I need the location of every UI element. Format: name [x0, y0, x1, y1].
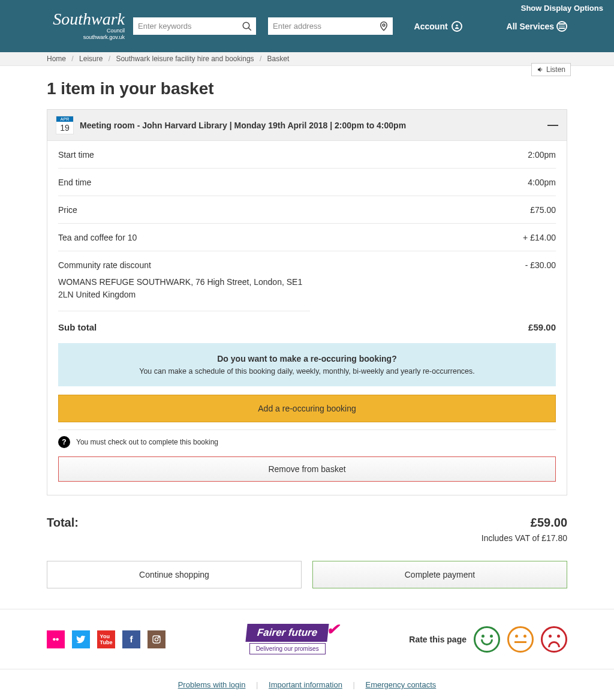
instagram-icon[interactable]	[148, 630, 165, 648]
footer-social-row: •• YouTube f Fairer future ✔ Delivering …	[0, 609, 614, 669]
rate-sad-icon[interactable]	[541, 626, 567, 653]
listen-button[interactable]: Listen	[531, 63, 571, 76]
basket-item-card: APR 19 Meeting room - John Harvard Libra…	[47, 109, 567, 495]
listen-label: Listen	[546, 65, 565, 74]
start-time-value: 2:00pm	[528, 150, 556, 160]
fairer-future-badge: Fairer future ✔ Delivering our promises	[246, 624, 328, 654]
complete-payment-button[interactable]: Complete payment	[312, 561, 567, 588]
breadcrumb-home[interactable]: Home	[47, 55, 66, 63]
collapse-icon[interactable]: —	[547, 119, 558, 131]
user-icon	[452, 21, 462, 32]
basket-item-title: Meeting room - John Harvard Library | Mo…	[80, 121, 541, 130]
footer-links-row: Problems with login | Important informat…	[0, 669, 614, 700]
basket-item-header[interactable]: APR 19 Meeting room - John Harvard Libra…	[47, 110, 567, 141]
continue-shopping-button[interactable]: Continue shopping	[47, 561, 302, 588]
keyword-search-box	[133, 17, 256, 35]
facebook-icon[interactable]: f	[122, 630, 140, 648]
footer-link-emergency[interactable]: Emergency contacts	[366, 680, 437, 689]
all-services-link[interactable]: All Services	[507, 21, 567, 32]
help-icon: ?	[58, 436, 70, 448]
price-value: £75.00	[530, 205, 556, 215]
breadcrumb-current: Basket	[267, 55, 290, 63]
add-recurring-button[interactable]: Add a re-occuring booking	[58, 395, 556, 422]
svg-point-2	[383, 23, 385, 26]
date-badge-day: 19	[56, 122, 73, 134]
show-display-options-link[interactable]: Show Display Options	[521, 4, 603, 13]
twitter-icon[interactable]	[72, 630, 90, 648]
fairer-future-title: Fairer future	[257, 627, 318, 638]
footer-link-login[interactable]: Problems with login	[178, 680, 246, 689]
tick-icon: ✔	[326, 620, 339, 639]
fairer-future-subtitle: Delivering our promises	[249, 643, 326, 654]
rate-neutral-icon[interactable]	[507, 626, 534, 653]
address-search-input[interactable]	[273, 22, 388, 31]
footer-link-info[interactable]: Important information	[269, 680, 342, 689]
breadcrumb-leisure[interactable]: Leisure	[79, 55, 103, 63]
checkout-note: You must check out to complete this book…	[76, 438, 218, 446]
svg-point-5	[155, 638, 158, 641]
discount-value: - £30.00	[525, 260, 556, 270]
price-label: Price	[58, 205, 77, 215]
recurring-info-box: Do you want to make a re-occuring bookin…	[58, 343, 556, 386]
svg-point-0	[243, 22, 249, 29]
recurring-description: You can make a schedule of this booking …	[69, 367, 545, 375]
vat-note: Includes VAT of £17.80	[47, 533, 567, 543]
breadcrumb: Home / Leisure / Southwark leisure facil…	[0, 52, 614, 66]
extra-value: + £14.00	[523, 233, 556, 242]
page-title: 1 item in your basket	[47, 79, 567, 98]
svg-point-3	[456, 24, 458, 26]
total-value: £59.00	[531, 516, 567, 530]
location-pin-icon[interactable]	[378, 21, 389, 32]
start-time-label: Start time	[58, 150, 94, 160]
end-time-label: End time	[58, 178, 91, 187]
remove-from-basket-button[interactable]: Remove from basket	[58, 456, 556, 482]
organisation-address: WOMANS REFUGE SOUTHWARK, 76 High Street,…	[58, 276, 310, 311]
keyword-search-input[interactable]	[138, 22, 251, 31]
menu-icon	[556, 21, 567, 32]
youtube-icon[interactable]: YouTube	[97, 630, 115, 648]
svg-line-1	[248, 28, 251, 31]
end-time-value: 4:00pm	[528, 178, 556, 187]
recurring-question: Do you want to make a re-occuring bookin…	[69, 354, 545, 363]
southwark-logo[interactable]: Southwark Councilsouthwark.gov.uk	[47, 10, 125, 43]
rate-happy-icon[interactable]	[474, 626, 500, 653]
all-services-label: All Services	[507, 22, 554, 31]
account-label: Account	[414, 22, 448, 31]
svg-point-6	[158, 636, 159, 637]
subtotal-value: £59.00	[528, 322, 556, 332]
top-header: Show Display Options Southwark Councilso…	[0, 0, 614, 52]
speaker-icon	[537, 66, 544, 73]
flickr-icon[interactable]: ••	[47, 630, 65, 648]
discount-label: Community rate discount	[58, 260, 151, 270]
total-label: Total:	[47, 516, 79, 530]
extra-label: Tea and coffee for 10	[58, 233, 137, 242]
address-search-box	[268, 17, 393, 35]
search-icon[interactable]	[242, 21, 252, 32]
date-badge: APR 19	[56, 116, 74, 134]
breadcrumb-facility[interactable]: Southwark leisure facility hire and book…	[116, 55, 254, 63]
account-link[interactable]: Account	[414, 21, 462, 32]
subtotal-label: Sub total	[58, 322, 97, 332]
rate-page-label: Rate this page	[409, 635, 466, 644]
date-badge-month: APR	[56, 116, 73, 122]
